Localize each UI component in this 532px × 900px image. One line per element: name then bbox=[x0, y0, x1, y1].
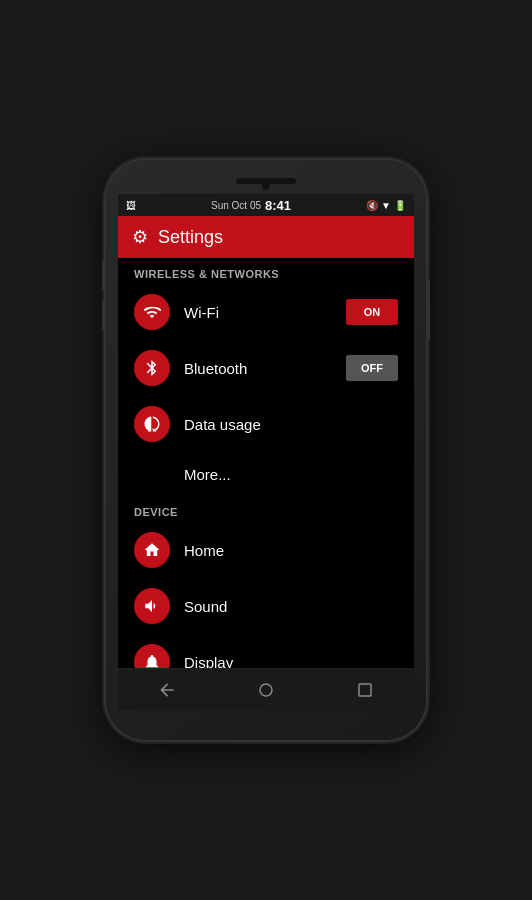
display-item[interactable]: Display bbox=[118, 634, 414, 668]
display-icon bbox=[143, 653, 161, 668]
power-button bbox=[426, 280, 430, 340]
sound-item[interactable]: Sound bbox=[118, 578, 414, 634]
wifi-signal-icon: ▼ bbox=[381, 200, 391, 211]
status-date: Sun Oct 05 bbox=[211, 200, 261, 211]
home-icon bbox=[143, 541, 161, 559]
display-label: Display bbox=[184, 654, 398, 669]
status-right: 🔇 ▼ 🔋 bbox=[366, 200, 406, 211]
recents-icon bbox=[356, 681, 374, 699]
display-icon-circle bbox=[134, 644, 170, 668]
svg-point-0 bbox=[260, 684, 272, 696]
status-bar: 🖼 Sun Oct 05 8:41 🔇 ▼ 🔋 bbox=[118, 194, 414, 216]
status-time: 8:41 bbox=[265, 198, 291, 213]
muted-icon: 🔇 bbox=[366, 200, 378, 211]
more-label: More... bbox=[184, 466, 231, 483]
vol-down-button bbox=[102, 300, 106, 330]
wifi-toggle[interactable]: ON bbox=[346, 299, 398, 325]
wifi-icon bbox=[143, 303, 161, 321]
vol-up-button bbox=[102, 260, 106, 290]
gear-icon: ⚙ bbox=[132, 226, 148, 248]
bluetooth-icon bbox=[143, 359, 161, 377]
home-button[interactable] bbox=[246, 670, 286, 710]
home-icon-circle bbox=[134, 532, 170, 568]
more-item[interactable]: More... bbox=[118, 452, 414, 496]
sound-icon-circle bbox=[134, 588, 170, 624]
toolbar: ⚙ Settings bbox=[118, 216, 414, 258]
bluetooth-label: Bluetooth bbox=[184, 360, 332, 377]
settings-list: WIRELESS & NETWORKS Wi-Fi ON Blue bbox=[118, 258, 414, 668]
home-item[interactable]: Home bbox=[118, 522, 414, 578]
data-usage-item[interactable]: Data usage bbox=[118, 396, 414, 452]
recents-button[interactable] bbox=[345, 670, 385, 710]
wifi-label: Wi-Fi bbox=[184, 304, 332, 321]
sound-icon bbox=[143, 597, 161, 615]
back-icon bbox=[157, 680, 177, 700]
svg-rect-1 bbox=[359, 684, 371, 696]
toolbar-title: Settings bbox=[158, 227, 223, 248]
bluetooth-item[interactable]: Bluetooth OFF bbox=[118, 340, 414, 396]
sound-label: Sound bbox=[184, 598, 398, 615]
nav-bar bbox=[118, 668, 414, 710]
battery-status-icon: 🔋 bbox=[394, 200, 406, 211]
data-usage-icon bbox=[143, 415, 161, 433]
phone-screen: 🖼 Sun Oct 05 8:41 🔇 ▼ 🔋 ⚙ Settings WIREL… bbox=[118, 194, 414, 710]
status-center: Sun Oct 05 8:41 bbox=[211, 198, 291, 213]
wifi-icon-circle bbox=[134, 294, 170, 330]
data-usage-icon-circle bbox=[134, 406, 170, 442]
section-header-device: DEVICE bbox=[118, 496, 414, 522]
bluetooth-toggle[interactable]: OFF bbox=[346, 355, 398, 381]
bluetooth-icon-circle bbox=[134, 350, 170, 386]
phone-frame: 🖼 Sun Oct 05 8:41 🔇 ▼ 🔋 ⚙ Settings WIREL… bbox=[106, 160, 426, 740]
home-label: Home bbox=[184, 542, 398, 559]
photo-icon: 🖼 bbox=[126, 200, 136, 211]
back-button[interactable] bbox=[147, 670, 187, 710]
data-usage-label: Data usage bbox=[184, 416, 398, 433]
home-nav-icon bbox=[257, 681, 275, 699]
wifi-item[interactable]: Wi-Fi ON bbox=[118, 284, 414, 340]
section-header-wireless: WIRELESS & NETWORKS bbox=[118, 258, 414, 284]
status-left: 🖼 bbox=[126, 200, 136, 211]
speaker bbox=[236, 178, 296, 184]
